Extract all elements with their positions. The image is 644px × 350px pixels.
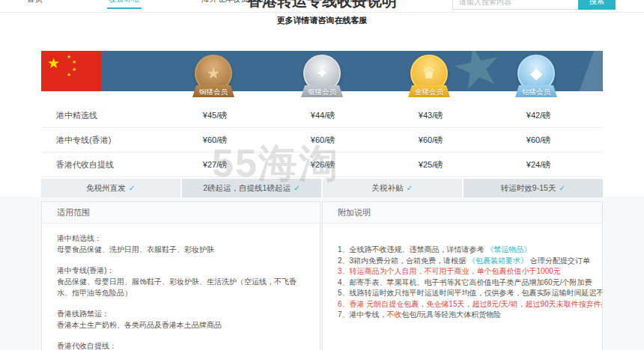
nav-item-0[interactable]: 首页 xyxy=(27,0,43,4)
price-cell: ¥24/磅 xyxy=(484,159,592,171)
feature-tab-0: 免税州直发✓ xyxy=(41,179,180,197)
route-label: 港中精选线 xyxy=(41,110,161,121)
notes-panel: 附加说明 1、全线路不收违规、违禁商品，详情请参考 《禁运物品》2、3箱内免费分… xyxy=(322,201,603,350)
note-text: 4、邮寄手表、苹果耳机、电子书等其它高价值电子类产品增加60元/个附加费 xyxy=(338,278,592,286)
check-icon: ✓ xyxy=(294,183,300,192)
feature-label: 转运时效9-15天 xyxy=(501,183,556,192)
scope-section-heading: 港中精选线： xyxy=(57,233,305,244)
price-cell: ¥60/磅 xyxy=(377,135,484,146)
feature-tab-2: 关税补贴✓ xyxy=(323,179,462,197)
note-item-7: 7、港中专线，不收包包/玩具等轻泡大体积货物险 xyxy=(338,310,587,321)
price-row: 港中精选线¥45/磅¥44/磅¥43/磅¥42/磅 xyxy=(41,103,603,128)
info-columns: 适用范围 港中精选线：母婴食品保健、洗护日用、衣服鞋子、彩妆护肤港中专线(香港)… xyxy=(41,201,603,350)
feature-tabs: 免税州直发✓2磅起运，自提线1磅起运✓关税补贴✓转运时效9-15天✓ xyxy=(41,179,603,197)
check-icon: ✓ xyxy=(407,183,413,192)
scope-section-body: 香港本土生产奶粉、各类药品及香港本土品牌商品 xyxy=(57,319,305,331)
membership-label: 铜猪会员 xyxy=(192,85,234,97)
check-icon: ✓ xyxy=(129,183,136,192)
note-link[interactable]: 《包裹装箱要求》 xyxy=(468,257,528,265)
price-cell: ¥45/磅 xyxy=(161,110,269,121)
feature-label: 2磅起运，自提线1磅起运 xyxy=(203,183,291,192)
feature-tab-1: 2磅起运，自提线1磅起运✓ xyxy=(182,179,321,197)
top-nav: 首页收费标准海外仓库收费标准海淘转运攻略 xyxy=(27,0,373,4)
price-cell: ¥60/磅 xyxy=(161,135,269,146)
nav-item-1[interactable]: 收费标准 xyxy=(109,0,140,4)
gloss-stripe xyxy=(577,51,603,91)
search-input[interactable] xyxy=(452,0,578,10)
membership-medal-diamond: ◆钻猪会员 xyxy=(495,55,577,97)
price-cell: ¥60/磅 xyxy=(484,135,592,146)
scope-section: 港中精选线：母婴食品保健、洗护日用、衣服鞋子、彩妆护肤 xyxy=(57,233,305,255)
flag-small-star-icon: ★ xyxy=(72,67,76,72)
flag-big-star-icon: ★ xyxy=(47,56,60,70)
nav-item-3[interactable]: 海淘转运攻略 xyxy=(326,0,373,4)
feature-tab-3: 转运时效9-15天✓ xyxy=(464,179,603,197)
flag-small-star-icon: ★ xyxy=(67,54,71,59)
flag-small-star-icon: ★ xyxy=(72,59,76,64)
pricing-card-header: ★ ★★★★★ ★铜猪会员✦银猪会员♛金猪会员◆钻猪会员 xyxy=(41,51,603,91)
note-item-6: 6、香港 元朗自提仓包裹，免仓储15天，超过8元/天/箱，超过90天未取件按弃件… xyxy=(338,299,587,310)
price-row: 香港代收自提线¥27/磅¥26/磅¥25/磅¥24/磅 xyxy=(41,153,603,177)
note-text: 3、转运商品为个人自用，不可用于商业，单个包裹价值小于1000元 xyxy=(338,267,561,275)
membership-label: 金猪会员 xyxy=(408,85,450,97)
note-item-4: 4、邮寄手表、苹果耳机、电子书等其它高价值电子类产品增加60元/个附加费 xyxy=(338,277,587,289)
membership-medal-silver: ✦银猪会员 xyxy=(281,55,363,97)
scope-section-heading: 香港代收自提线： xyxy=(57,340,305,350)
membership-medal-gold: ♛金猪会员 xyxy=(388,55,470,97)
note-text: 2、3箱内免费分箱，合箱免费，请根据 xyxy=(338,257,468,265)
page: 香港转运专线收费说明 首页收费标准海外仓库收费标准海淘转运攻略 搜索 更多详情请… xyxy=(0,0,644,350)
price-table: 港中精选线¥45/磅¥44/磅¥43/磅¥42/磅港中专线(香港)¥60/磅¥6… xyxy=(41,91,603,177)
price-cell: ¥42/磅 xyxy=(484,110,592,121)
pricing-card: ★ ★★★★★ ★铜猪会员✦银猪会员♛金猪会员◆钻猪会员 港中精选线¥45/磅¥… xyxy=(41,51,603,350)
price-row: 港中专线(香港)¥60/磅¥60/磅¥60/磅¥60/磅 xyxy=(41,128,603,153)
route-label: 香港代收自提线 xyxy=(41,159,161,171)
price-cell: ¥25/磅 xyxy=(377,159,484,171)
feature-label: 关税补贴 xyxy=(372,183,404,192)
scope-title: 适用范围 xyxy=(42,202,320,224)
price-cell: ¥27/磅 xyxy=(161,159,269,171)
membership-label: 银猪会员 xyxy=(301,85,343,97)
route-label: 港中专线(香港) xyxy=(41,135,161,146)
scope-section: 香港线路禁运：香港本土生产奶粉、各类药品及香港本土品牌商品 xyxy=(57,308,305,331)
scope-content: 港中精选线：母婴食品保健、洗护日用、衣服鞋子、彩妆护肤港中专线(香港)：食品保健… xyxy=(42,224,320,350)
note-item-2: 2、3箱内免费分箱，合箱免费，请根据 《包裹装箱要求》 合理分配提交订单 xyxy=(338,256,587,267)
price-cell: ¥44/磅 xyxy=(269,110,377,121)
price-cell: ¥60/磅 xyxy=(269,135,377,146)
note-item-1: 1、全线路不收违规、违禁商品，详情请参考 《禁运物品》 xyxy=(338,245,587,256)
scope-section-body: 食品保健、母婴日用、服饰鞋子、彩妆护肤、生活洗护（空运线，不飞香水、指甲油等危险… xyxy=(57,276,305,298)
membership-label: 钻猪会员 xyxy=(515,85,557,97)
note-item-3: 3、转运商品为个人自用，不可用于商业，单个包裹价值小于1000元 xyxy=(338,266,587,277)
note-link[interactable]: 《禁运物品》 xyxy=(486,245,531,254)
feature-label: 免税州直发 xyxy=(86,183,126,192)
note-text: 不收 xyxy=(387,310,402,319)
scope-section-body: 母婴食品保健、洗护日用、衣服鞋子、彩妆护肤 xyxy=(57,244,305,255)
nav-item-2[interactable]: 海外仓库收费标准 xyxy=(201,0,264,4)
price-cell: ¥26/磅 xyxy=(269,159,377,171)
note-text: 1、全线路不收违规、违禁商品，详情请参考 xyxy=(338,245,486,254)
note-text: 包包/玩具等轻泡大体积货物险 xyxy=(402,310,502,319)
scope-section-heading: 香港线路禁运： xyxy=(57,308,305,319)
note-text: 合理分配提交订单 xyxy=(528,257,590,265)
note-text: 7、港中专线， xyxy=(338,310,387,319)
check-icon: ✓ xyxy=(559,183,565,192)
china-flag-icon: ★★★★★ xyxy=(41,51,101,91)
notes-title: 附加说明 xyxy=(323,202,602,224)
page-subtitle: 更多详情请咨询在线客服 xyxy=(0,15,644,26)
search-area: 搜索 xyxy=(452,0,616,10)
membership-medal-bronze: ★铜猪会员 xyxy=(172,55,255,97)
scope-section-heading: 港中专线(香港)： xyxy=(57,265,305,276)
flag-small-star-icon: ★ xyxy=(67,72,71,77)
notes-content: 1、全线路不收违规、违禁商品，详情请参考 《禁运物品》2、3箱内免费分箱，合箱免… xyxy=(323,224,602,330)
scope-section: 香港代收自提线：元朗仓自提 不收违法违规和危险禁运品。 xyxy=(57,340,305,350)
nav-divider xyxy=(0,12,644,13)
price-cell: ¥43/磅 xyxy=(377,110,484,121)
note-text: 5、线路转运时效只指平时运送时间平均值，仅供参考，包裹实际运输时间延迟不在赔付范… xyxy=(338,289,603,297)
scope-panel: 适用范围 港中精选线：母婴食品保健、洗护日用、衣服鞋子、彩妆护肤港中专线(香港)… xyxy=(41,201,321,350)
note-item-5: 5、线路转运时效只指平时运送时间平均值，仅供参考，包裹实际运输时间延迟不在赔付范… xyxy=(338,288,587,299)
search-button[interactable]: 搜索 xyxy=(578,0,616,10)
scope-section: 港中专线(香港)：食品保健、母婴日用、服饰鞋子、彩妆护肤、生活洗护（空运线，不飞… xyxy=(57,265,305,298)
note-text: 6、香港 元朗自提仓包裹，免仓储15天，超过8元/天/箱，超过90天未取件按弃件… xyxy=(338,300,603,308)
